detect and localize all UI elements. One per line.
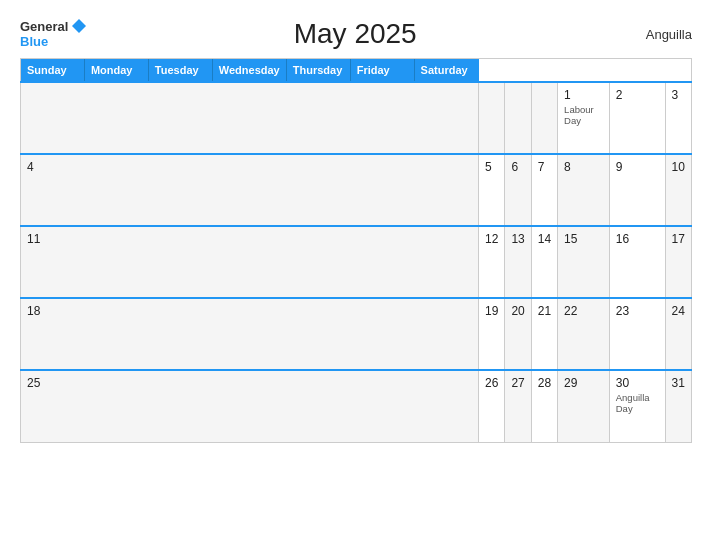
day-event: Anguilla Day bbox=[616, 392, 659, 414]
calendar-cell: 17 bbox=[665, 226, 691, 298]
calendar-table: Sunday Monday Tuesday Wednesday Thursday… bbox=[20, 58, 692, 443]
calendar-cell: 21 bbox=[531, 298, 557, 370]
calendar-cell: 20 bbox=[505, 298, 531, 370]
calendar-cell bbox=[531, 82, 557, 154]
day-number: 14 bbox=[538, 232, 551, 246]
calendar-cell: 27 bbox=[505, 370, 531, 442]
calendar-cell: 5 bbox=[479, 154, 505, 226]
day-number: 16 bbox=[616, 232, 659, 246]
calendar-cell: 2 bbox=[609, 82, 665, 154]
day-number: 6 bbox=[511, 160, 524, 174]
day-number: 18 bbox=[27, 304, 472, 318]
day-number: 26 bbox=[485, 376, 498, 390]
day-number: 4 bbox=[27, 160, 472, 174]
calendar-cell: 18 bbox=[21, 298, 479, 370]
header-tuesday: Tuesday bbox=[149, 59, 213, 81]
header-thursday: Thursday bbox=[287, 59, 351, 81]
day-event: Labour Day bbox=[564, 104, 603, 126]
svg-marker-0 bbox=[72, 19, 86, 33]
calendar-cell: 10 bbox=[665, 154, 691, 226]
day-number: 7 bbox=[538, 160, 551, 174]
day-number: 2 bbox=[616, 88, 659, 102]
logo-blue-text: Blue bbox=[20, 35, 88, 49]
calendar-week-1: 1Labour Day23 bbox=[21, 82, 692, 154]
day-number: 19 bbox=[485, 304, 498, 318]
calendar-cell: 16 bbox=[609, 226, 665, 298]
calendar-cell: 15 bbox=[558, 226, 610, 298]
calendar-cell: 28 bbox=[531, 370, 557, 442]
day-number: 22 bbox=[564, 304, 603, 318]
calendar-cell: 12 bbox=[479, 226, 505, 298]
calendar-cell: 30Anguilla Day bbox=[609, 370, 665, 442]
day-number: 28 bbox=[538, 376, 551, 390]
calendar-cell: 24 bbox=[665, 298, 691, 370]
day-number: 17 bbox=[672, 232, 685, 246]
logo-flag-icon bbox=[70, 17, 88, 35]
calendar-cell: 23 bbox=[609, 298, 665, 370]
page-header: General Blue May 2025 Anguilla bbox=[20, 18, 692, 50]
day-number: 12 bbox=[485, 232, 498, 246]
logo: General Blue bbox=[20, 18, 88, 49]
day-number: 31 bbox=[672, 376, 685, 390]
calendar-cell: 3 bbox=[665, 82, 691, 154]
calendar-week-2: 45678910 bbox=[21, 154, 692, 226]
calendar-cell: 25 bbox=[21, 370, 479, 442]
calendar-cell: 6 bbox=[505, 154, 531, 226]
day-number: 24 bbox=[672, 304, 685, 318]
day-number: 15 bbox=[564, 232, 603, 246]
calendar-cell: 13 bbox=[505, 226, 531, 298]
day-number: 27 bbox=[511, 376, 524, 390]
calendar-title: May 2025 bbox=[88, 18, 622, 50]
calendar-cell: 14 bbox=[531, 226, 557, 298]
calendar-cell: 9 bbox=[609, 154, 665, 226]
day-number: 3 bbox=[672, 88, 685, 102]
day-number: 11 bbox=[27, 232, 472, 246]
header-wednesday: Wednesday bbox=[213, 59, 287, 81]
calendar-cell: 11 bbox=[21, 226, 479, 298]
calendar-week-5: 252627282930Anguilla Day31 bbox=[21, 370, 692, 442]
header-sunday: Sunday bbox=[21, 59, 85, 81]
calendar-cell: 22 bbox=[558, 298, 610, 370]
header-saturday: Saturday bbox=[415, 59, 479, 81]
calendar-week-3: 11121314151617 bbox=[21, 226, 692, 298]
day-number: 9 bbox=[616, 160, 659, 174]
day-number: 20 bbox=[511, 304, 524, 318]
calendar-cell: 1Labour Day bbox=[558, 82, 610, 154]
logo-general-text: General bbox=[20, 20, 68, 34]
calendar-cell: 31 bbox=[665, 370, 691, 442]
country-label: Anguilla bbox=[622, 27, 692, 42]
calendar-cell: 19 bbox=[479, 298, 505, 370]
calendar-cell bbox=[479, 82, 505, 154]
day-number: 30 bbox=[616, 376, 659, 390]
calendar-cell: 29 bbox=[558, 370, 610, 442]
day-number: 1 bbox=[564, 88, 603, 102]
day-number: 10 bbox=[672, 160, 685, 174]
calendar-cell: 7 bbox=[531, 154, 557, 226]
header-friday: Friday bbox=[351, 59, 415, 81]
header-monday: Monday bbox=[85, 59, 149, 81]
day-number: 5 bbox=[485, 160, 498, 174]
calendar-cell: 26 bbox=[479, 370, 505, 442]
calendar-cell: 8 bbox=[558, 154, 610, 226]
day-number: 13 bbox=[511, 232, 524, 246]
calendar-week-4: 18192021222324 bbox=[21, 298, 692, 370]
day-number: 8 bbox=[564, 160, 603, 174]
day-number: 23 bbox=[616, 304, 659, 318]
calendar-cell bbox=[21, 82, 479, 154]
day-number: 29 bbox=[564, 376, 603, 390]
calendar-cell: 4 bbox=[21, 154, 479, 226]
calendar-header-row: Sunday Monday Tuesday Wednesday Thursday… bbox=[21, 59, 479, 81]
calendar-cell bbox=[505, 82, 531, 154]
day-number: 21 bbox=[538, 304, 551, 318]
calendar-page: General Blue May 2025 Anguilla Sunday Mo… bbox=[0, 0, 712, 550]
day-number: 25 bbox=[27, 376, 472, 390]
